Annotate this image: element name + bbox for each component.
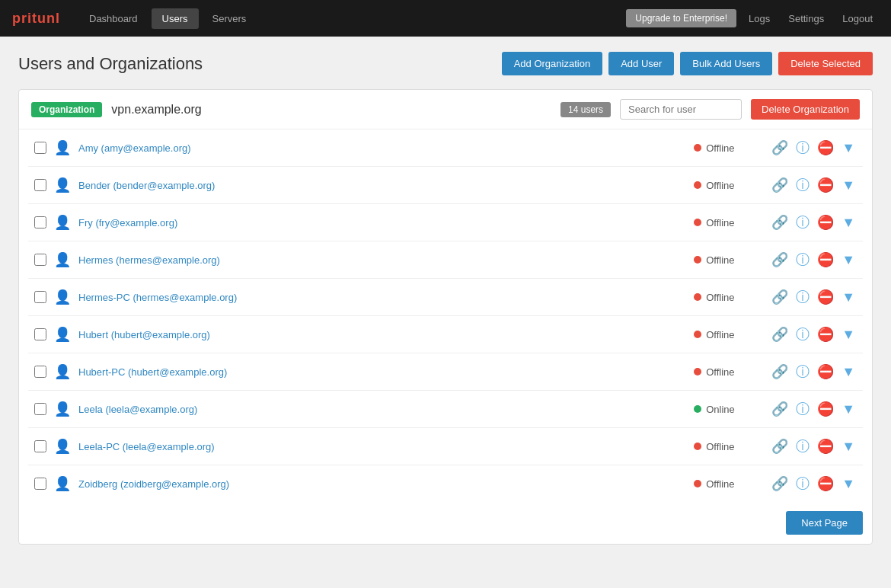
link-icon[interactable]: 🔗 <box>770 474 790 494</box>
expand-icon[interactable]: ▼ <box>840 437 857 456</box>
link-icon[interactable]: 🔗 <box>770 250 790 270</box>
user-status-area: Offline <box>694 441 762 452</box>
nav-users[interactable]: Users <box>152 8 199 29</box>
org-name: vpn.example.org <box>111 103 551 117</box>
link-icon[interactable]: 🔗 <box>770 175 790 195</box>
expand-icon[interactable]: ▼ <box>840 139 857 158</box>
user-icon: 👤 <box>54 251 71 268</box>
user-checkbox[interactable] <box>34 328 46 340</box>
user-checkbox[interactable] <box>34 291 46 303</box>
expand-icon[interactable]: ▼ <box>840 176 857 195</box>
block-icon[interactable]: ⛔ <box>816 324 835 344</box>
block-icon[interactable]: ⛔ <box>816 213 835 232</box>
link-icon[interactable]: 🔗 <box>770 213 790 232</box>
table-row: 👤 Fry (fry@example.org) Offline 🔗 ⓘ ⛔ ▼ <box>28 204 863 241</box>
user-icon: 👤 <box>54 363 71 380</box>
user-status-area: Offline <box>694 292 762 303</box>
link-icon[interactable]: 🔗 <box>770 399 790 419</box>
block-icon[interactable]: ⛔ <box>816 175 835 195</box>
expand-icon[interactable]: ▼ <box>840 251 857 270</box>
expand-icon[interactable]: ▼ <box>840 213 857 232</box>
download-icon[interactable]: ⓘ <box>794 473 811 494</box>
row-actions: 🔗 ⓘ ⛔ ▼ <box>770 436 857 457</box>
settings-button[interactable]: Settings <box>782 10 830 27</box>
logout-button[interactable]: Logout <box>836 10 879 27</box>
expand-icon[interactable]: ▼ <box>840 288 857 307</box>
block-icon[interactable]: ⛔ <box>816 138 835 158</box>
user-checkbox[interactable] <box>34 440 46 452</box>
add-user-button[interactable]: Add User <box>608 52 674 75</box>
status-dot <box>694 368 701 375</box>
nav-dashboard[interactable]: Dashboard <box>78 8 148 29</box>
download-icon[interactable]: ⓘ <box>794 286 811 308</box>
brand-name: pritunl <box>12 11 60 26</box>
expand-icon[interactable]: ▼ <box>840 475 857 494</box>
user-checkbox[interactable] <box>34 254 46 266</box>
status-dot <box>694 293 701 301</box>
table-row: 👤 Hubert (hubert@example.org) Offline 🔗 … <box>28 316 863 353</box>
next-page-button[interactable]: Next Page <box>786 511 863 535</box>
expand-icon[interactable]: ▼ <box>840 363 857 382</box>
user-name[interactable]: Leela-PC (leela@example.org) <box>78 441 686 452</box>
status-text: Offline <box>706 478 734 490</box>
download-icon[interactable]: ⓘ <box>794 137 811 158</box>
status-dot <box>694 181 701 189</box>
user-icon: 👤 <box>54 177 71 193</box>
user-name[interactable]: Hermes (hermes@example.org) <box>78 254 686 266</box>
block-icon[interactable]: ⛔ <box>816 474 835 494</box>
block-icon[interactable]: ⛔ <box>816 362 835 382</box>
block-icon[interactable]: ⛔ <box>816 250 835 270</box>
user-name[interactable]: Amy (amy@example.org) <box>78 142 686 154</box>
bulk-add-users-button[interactable]: Bulk Add Users <box>680 52 772 75</box>
link-icon[interactable]: 🔗 <box>770 324 790 344</box>
user-icon: 👤 <box>54 139 71 156</box>
logs-button[interactable]: Logs <box>742 10 776 27</box>
download-icon[interactable]: ⓘ <box>794 361 811 382</box>
user-name[interactable]: Bender (bender@example.org) <box>78 180 686 191</box>
upgrade-button[interactable]: Upgrade to Enterprise! <box>626 9 736 27</box>
navbar-right: Upgrade to Enterprise! Logs Settings Log… <box>626 9 879 27</box>
add-organization-button[interactable]: Add Organization <box>502 52 602 75</box>
user-status-area: Offline <box>694 180 762 191</box>
delete-selected-button[interactable]: Delete Selected <box>778 52 873 75</box>
download-icon[interactable]: ⓘ <box>794 174 811 196</box>
user-name[interactable]: Hermes-PC (hermes@example.org) <box>78 292 686 303</box>
status-dot <box>694 443 701 450</box>
user-name[interactable]: Leela (leela@example.org) <box>78 404 686 415</box>
table-row: 👤 Zoidberg (zoidberg@example.org) Offlin… <box>28 465 863 502</box>
download-icon[interactable]: ⓘ <box>794 212 811 233</box>
nav-servers[interactable]: Servers <box>202 8 257 29</box>
user-checkbox[interactable] <box>34 216 46 228</box>
download-icon[interactable]: ⓘ <box>794 249 811 270</box>
user-checkbox[interactable] <box>34 142 46 154</box>
status-dot <box>694 256 701 264</box>
row-actions: 🔗 ⓘ ⛔ ▼ <box>770 324 857 345</box>
block-icon[interactable]: ⛔ <box>816 287 835 307</box>
status-dot <box>694 219 701 226</box>
block-icon[interactable]: ⛔ <box>816 436 835 456</box>
download-icon[interactable]: ⓘ <box>794 324 811 345</box>
page-header: Users and Organizations Add Organization… <box>18 52 873 75</box>
user-name[interactable]: Hubert (hubert@example.org) <box>78 329 686 340</box>
user-checkbox[interactable] <box>34 366 46 378</box>
search-input[interactable] <box>620 99 742 120</box>
link-icon[interactable]: 🔗 <box>770 138 790 158</box>
link-icon[interactable]: 🔗 <box>770 287 790 307</box>
block-icon[interactable]: ⛔ <box>816 399 835 419</box>
download-icon[interactable]: ⓘ <box>794 436 811 457</box>
status-text: Online <box>706 404 735 415</box>
download-icon[interactable]: ⓘ <box>794 398 811 420</box>
user-name[interactable]: Zoidberg (zoidberg@example.org) <box>78 478 686 490</box>
expand-icon[interactable]: ▼ <box>840 325 857 344</box>
user-checkbox[interactable] <box>34 179 46 191</box>
user-name[interactable]: Hubert-PC (hubert@example.org) <box>78 366 686 378</box>
user-checkbox[interactable] <box>34 478 46 490</box>
table-row: 👤 Hermes-PC (hermes@example.org) Offline… <box>28 279 863 316</box>
user-name[interactable]: Fry (fry@example.org) <box>78 217 686 228</box>
delete-organization-button[interactable]: Delete Organization <box>751 99 860 120</box>
link-icon[interactable]: 🔗 <box>770 436 790 456</box>
expand-icon[interactable]: ▼ <box>840 400 857 419</box>
user-checkbox[interactable] <box>34 403 46 415</box>
nav-links: Dashboard Users Servers <box>78 8 257 29</box>
link-icon[interactable]: 🔗 <box>770 362 790 382</box>
